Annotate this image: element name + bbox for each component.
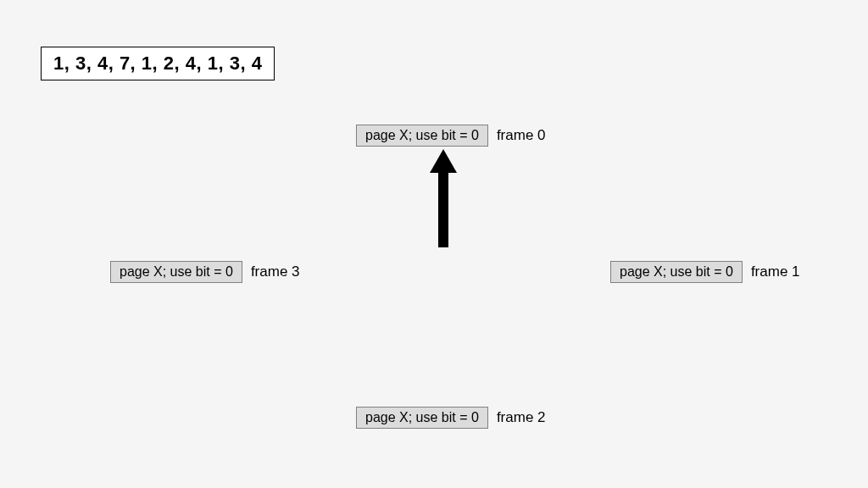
frame-0: page X; use bit = 0 frame 0 bbox=[356, 125, 546, 147]
frame-3-label: frame 3 bbox=[251, 263, 300, 280]
frame-2: page X; use bit = 0 frame 2 bbox=[356, 407, 546, 429]
frame-3-box: page X; use bit = 0 bbox=[110, 261, 242, 283]
frame-0-box: page X; use bit = 0 bbox=[356, 125, 488, 147]
frame-1: page X; use bit = 0 frame 1 bbox=[610, 261, 800, 283]
frame-2-box: page X; use bit = 0 bbox=[356, 407, 488, 429]
frame-0-label: frame 0 bbox=[497, 127, 546, 144]
reference-sequence-text: 1, 3, 4, 7, 1, 2, 4, 1, 3, 4 bbox=[53, 53, 262, 74]
reference-sequence-box: 1, 3, 4, 7, 1, 2, 4, 1, 3, 4 bbox=[41, 47, 275, 80]
diagram-stage: 1, 3, 4, 7, 1, 2, 4, 1, 3, 4 page X; use… bbox=[0, 0, 868, 488]
arrow-shaft bbox=[438, 169, 448, 247]
frame-1-box: page X; use bit = 0 bbox=[610, 261, 743, 283]
frame-1-label: frame 1 bbox=[751, 263, 800, 280]
frame-3: page X; use bit = 0 frame 3 bbox=[110, 261, 300, 283]
frame-2-label: frame 2 bbox=[497, 409, 546, 426]
